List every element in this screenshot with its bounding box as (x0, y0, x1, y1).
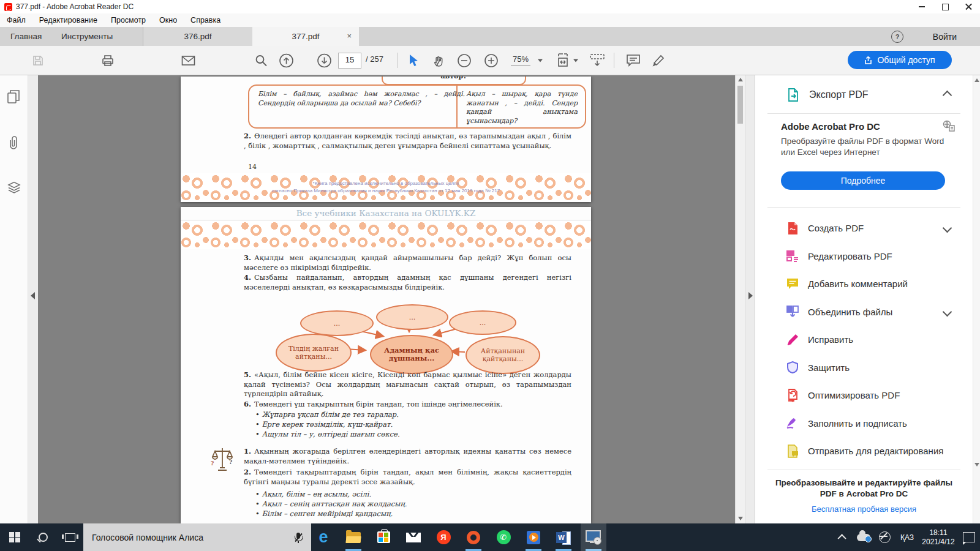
zoom-in-icon[interactable] (484, 53, 499, 68)
print-icon[interactable] (101, 54, 115, 67)
taskbar-app-yandex[interactable]: Я (431, 523, 456, 551)
tool-combine-files[interactable]: Объединить файлы (755, 298, 973, 326)
alice-search-box[interactable]: Голосовой помощник Алиса (83, 523, 311, 551)
task-view-button[interactable] (56, 523, 83, 551)
save-icon[interactable] (32, 54, 44, 67)
tool-create-pdf[interactable]: Создать PDF (755, 214, 973, 242)
scroll-down-arrow[interactable] (738, 517, 743, 520)
taskbar-app-whatsapp[interactable]: ✆ (491, 523, 516, 551)
taskbar-app-movies[interactable] (521, 523, 546, 551)
tool-fill-sign[interactable]: Заполнить и подписать (755, 410, 973, 438)
page-number-input[interactable]: 15 (338, 53, 361, 69)
taskbar-app-edge[interactable]: e (311, 523, 336, 551)
exercise-number: 6. (244, 400, 251, 408)
taskbar-app-mail[interactable] (401, 523, 426, 551)
promo-body: Преобразуйте файлы PDF в формат Word или… (781, 136, 945, 158)
language-indicator[interactable]: ҚАЗ (895, 523, 919, 551)
page-thumbnails-icon[interactable] (7, 89, 20, 107)
network-tray-icon[interactable] (875, 523, 894, 551)
maximize-button[interactable] (933, 0, 957, 13)
tool-add-comment[interactable]: Добавить комментарий (755, 270, 973, 298)
onedrive-tray-icon[interactable] (854, 523, 873, 551)
taskbar-search-button[interactable] (29, 523, 56, 551)
exercise-3: 3.Ақылды мен ақылсыздың қандай айырмашыл… (244, 253, 571, 272)
collapse-left-panel-arrow[interactable] (31, 292, 35, 299)
add-comment-icon (786, 277, 799, 291)
zoom-dropdown-icon[interactable] (538, 59, 543, 62)
menu-window[interactable]: Окно (153, 13, 184, 27)
help-icon[interactable]: ? (891, 31, 903, 43)
taskbar-app-word[interactable]: W (551, 523, 576, 551)
fit-width-icon[interactable] (556, 53, 571, 69)
scroll-up-arrow[interactable] (738, 78, 743, 81)
action-center-button[interactable] (959, 523, 979, 551)
exercise-6: 6.Төмендегі үш тақырыптың бірін таңдап, … (244, 400, 571, 410)
kazakh-ornament-band (181, 220, 591, 249)
export-pdf-tool[interactable]: Экспорт PDF (755, 86, 973, 104)
diagram-ellipse-top-1: ... (300, 310, 374, 336)
zoom-level-value[interactable]: 75% (511, 54, 530, 66)
taskbar-app-installer[interactable] (581, 523, 606, 551)
clock[interactable]: 18:112021/4/12 (919, 523, 958, 551)
taskbar-app-explorer[interactable] (341, 523, 366, 551)
hand-tool-icon[interactable] (432, 54, 446, 67)
scroll-up-arrow[interactable] (974, 78, 979, 82)
menu-view[interactable]: Просмотр (104, 13, 153, 27)
expand-right-panel-arrow[interactable] (748, 292, 753, 299)
menu-edit[interactable]: Редактирование (32, 13, 104, 27)
share-button[interactable]: Общий доступ (848, 51, 952, 69)
right-panel-strip (745, 75, 755, 523)
sidebar-scrollbar[interactable] (973, 75, 980, 523)
tab-doc-376[interactable]: 376.pdf (143, 27, 253, 46)
next-page-icon[interactable] (317, 53, 332, 68)
tray-overflow-button[interactable] (834, 523, 851, 551)
comment-icon[interactable] (626, 54, 641, 67)
tab-bar: Главная Инструменты 376.pdf 377.pdf × ? … (0, 27, 980, 46)
taskbar-app-origin[interactable] (461, 523, 486, 551)
scrolling-mode-icon[interactable] (589, 53, 605, 68)
zoom-out-icon[interactable] (457, 53, 472, 68)
tool-protect[interactable]: Защитить (755, 354, 973, 382)
attachments-icon[interactable] (7, 135, 20, 153)
chevron-up-icon[interactable] (943, 90, 952, 100)
tool-send-for-review[interactable]: Отправить для редактирования (755, 437, 973, 465)
highlighter-icon[interactable] (650, 53, 666, 68)
document-scrollbar[interactable] (735, 75, 745, 523)
taskbar-app-store[interactable] (371, 523, 396, 551)
exercise-2: 2.Өлеңдегі автор қолданған көркемдік тәс… (244, 132, 571, 151)
select-tool-icon[interactable] (408, 54, 419, 67)
tab-tools[interactable]: Инструменты (61, 27, 113, 46)
disclaimer-line-2: согласно Приказа Министра образования и … (181, 188, 591, 193)
topic-bullet: Жұпарға ұқсап білім де тез таралар. (255, 410, 565, 419)
close-button[interactable] (957, 0, 980, 13)
layers-icon[interactable] (7, 180, 21, 197)
share-icon (864, 56, 872, 65)
main-toolbar: 15 / 257 75% Общий (0, 46, 980, 75)
start-button[interactable] (0, 523, 29, 551)
tool-fix[interactable]: Исправить (755, 326, 973, 354)
scroll-down-arrow[interactable] (974, 463, 979, 467)
previous-page-icon[interactable] (279, 53, 294, 68)
fit-dropdown-icon[interactable] (573, 59, 578, 62)
scrollbar-thumb[interactable] (737, 86, 743, 124)
chevron-down-icon[interactable] (943, 307, 952, 317)
menu-file[interactable]: Файл (0, 13, 32, 27)
origin-icon (467, 531, 480, 544)
tool-optimize-pdf[interactable]: Оптимизировать PDF (755, 381, 973, 410)
search-icon[interactable] (255, 54, 268, 67)
minimize-button[interactable] (910, 0, 933, 13)
free-trial-link[interactable]: Бесплатная пробная версия (755, 504, 973, 514)
menu-help[interactable]: Справка (184, 13, 227, 27)
tools-sidebar: Экспорт PDF Adobe Acrobat Pro DC Преобра… (755, 75, 973, 523)
microphone-muted-icon[interactable] (294, 532, 303, 543)
diagram-ellipse-top-3: ... (449, 310, 516, 335)
tab-close-icon[interactable]: × (347, 31, 352, 41)
learn-more-button[interactable]: Подробнее (781, 171, 945, 190)
acrobat-logo-icon (4, 3, 12, 11)
tab-doc-377[interactable]: 377.pdf × (252, 27, 359, 46)
sign-in-button[interactable]: Войти (933, 27, 957, 46)
tab-home[interactable]: Главная (10, 27, 42, 46)
tool-edit-pdf[interactable]: Редактировать PDF (755, 242, 973, 271)
chevron-down-icon[interactable] (943, 223, 952, 233)
email-icon[interactable] (181, 55, 195, 66)
